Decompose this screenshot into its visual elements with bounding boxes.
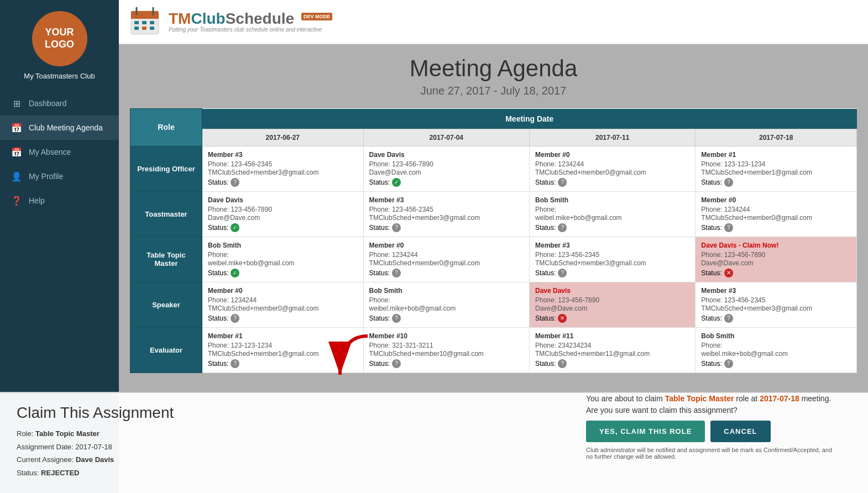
member-name: Member #3 <box>701 287 851 295</box>
logo: YOUR LOGO <box>32 11 87 66</box>
svg-rect-2 <box>131 17 159 19</box>
yes-claim-button[interactable]: YES, CLAIM THIS ROLE <box>586 421 705 442</box>
meeting-date-header: Meeting Date <box>202 109 857 129</box>
assignment-cell[interactable]: Member #1Phone: 123-123-1234TMClubSched+… <box>696 146 857 191</box>
modal-assignee-value: Dave Davis <box>76 455 114 464</box>
member-name: Member #3 <box>369 196 524 204</box>
assignment-cell[interactable]: Bob SmithPhone:weibel.mike+bob@gmail.com… <box>696 327 857 373</box>
member-name: Member #3 <box>535 242 689 249</box>
svg-rect-10 <box>150 27 154 30</box>
assignment-cell[interactable]: Member #3Phone: 123-456-2345TMClubSched+… <box>696 282 857 327</box>
status-icon: ? <box>558 359 567 368</box>
assignment-cell[interactable]: Member #0Phone: 1234244TMClubSched+membe… <box>363 237 529 282</box>
member-email: weibel.mike+bob@gmail.com <box>208 259 358 267</box>
member-phone: Phone: 123-456-2345 <box>208 160 358 168</box>
status-icon: ? <box>558 223 567 232</box>
member-phone: Phone: 123-456-7890 <box>208 206 358 213</box>
assignment-cell[interactable]: Member #11Phone: 234234234TMClubSched+me… <box>529 327 695 373</box>
status-line: Status: ? <box>535 359 689 368</box>
assignment-cell[interactable]: Dave DavisPhone: 123-456-7890Dave@Dave.c… <box>529 282 695 327</box>
modal-date-value: 2017-07-18 <box>75 443 112 451</box>
modal-role-value: Table Topic Master <box>35 429 100 438</box>
assignment-cell[interactable]: Dave Davis - Claim Now!Phone: 123-456-78… <box>696 237 857 282</box>
assignment-cell[interactable]: Member #0Phone: 1234244TMClubSched+membe… <box>529 146 695 191</box>
sidebar-item-dashboard[interactable]: ⊞ Dashboard <box>0 91 119 116</box>
status-line: Status: ? <box>535 223 689 232</box>
member-phone: Phone: 123-456-7890 <box>701 251 851 259</box>
app-logo: TMClubSchedule DEV MODE Putting your Toa… <box>130 7 332 37</box>
status-line: Status: ✕ <box>535 314 689 323</box>
member-name: Member #11 <box>535 332 689 340</box>
cancel-button[interactable]: CANCEL <box>710 421 770 442</box>
brand-club: Club <box>191 10 225 27</box>
member-name: Bob Smith <box>208 242 358 249</box>
sidebar-item-my-absence[interactable]: 📅 My Absence <box>0 140 119 164</box>
status-line: Status: ? <box>208 178 358 187</box>
sidebar-item-club-meeting-agenda[interactable]: 📅 Club Meeting Agenda <box>0 116 119 140</box>
tagline: Putting your Toastmasters club schedule … <box>169 27 332 33</box>
status-icon: ✕ <box>558 314 567 323</box>
member-phone: Phone: 1234244 <box>208 296 358 304</box>
sidebar-item-absence-label: My Absence <box>29 148 71 156</box>
assignment-cell[interactable]: Member #0Phone: 1234244TMClubSched+membe… <box>202 282 364 327</box>
date-header: 2017-07-04 <box>363 129 529 146</box>
member-email: Dave@Dave.com <box>701 259 851 267</box>
assignment-cell[interactable]: Member #3Phone: 123-456-2345TMClubSched+… <box>529 237 695 282</box>
assignment-cell[interactable]: Bob SmithPhone:weibel.mike+bob@gmail.com… <box>363 282 529 327</box>
status-icon: ? <box>558 178 567 187</box>
table-row: EvaluatorMember #1Phone: 123-123-1234TMC… <box>130 327 857 373</box>
member-phone: Phone: 321-321-3211 <box>369 342 524 349</box>
status-line: Status: ✕ <box>701 269 851 277</box>
sidebar-item-help-label: Help <box>29 196 45 205</box>
assignment-cell[interactable]: Bob SmithPhone:weibel.mike+bob@gmail.com… <box>529 191 695 237</box>
status-icon: ✓ <box>231 269 239 277</box>
sidebar-item-my-profile[interactable]: 👤 My Profile <box>0 164 119 188</box>
dev-mode-badge: DEV MODE <box>301 13 332 20</box>
member-phone: Phone: 123-456-7890 <box>369 160 524 168</box>
member-name: Dave Davis - Claim Now! <box>701 242 851 249</box>
page-subtitle: June 27, 2017 - July 18, 2017 <box>119 85 868 97</box>
table-row: Table Topic MasterBob SmithPhone:weibel.… <box>130 237 857 282</box>
assignment-cell[interactable]: Member #3Phone: 123-456-2345TMClubSched+… <box>363 191 529 237</box>
modal-status-value: REJECTED <box>41 469 79 477</box>
status-line: Status: ? <box>535 178 689 187</box>
status-icon: ? <box>724 223 733 232</box>
member-email: TMClubSched+member0@gmail.com <box>369 259 524 267</box>
assignment-cell[interactable]: Dave DavisPhone: 123-456-7890Dave@Dave.c… <box>202 191 364 237</box>
status-line: Status: ✓ <box>369 178 524 187</box>
brand-tm: TM <box>169 10 191 27</box>
agenda-table: Role Meeting Date 2017-06-272017-07-0420… <box>130 108 857 373</box>
member-email: TMClubSched+member10@gmail.com <box>369 350 524 358</box>
member-email: TMClubSched+member3@gmail.com <box>535 259 689 267</box>
arrow-container <box>323 331 390 388</box>
status-line: Status: ? <box>701 359 851 368</box>
svg-rect-8 <box>134 27 139 30</box>
status-icon: ? <box>392 223 401 232</box>
status-icon: ? <box>231 178 239 187</box>
status-icon: ? <box>231 359 239 368</box>
member-name: Bob Smith <box>535 196 689 204</box>
status-line: Status: ? <box>369 359 524 368</box>
status-icon: ? <box>724 359 733 368</box>
member-name: Member #10 <box>369 332 524 340</box>
member-email: Dave@Dave.com <box>369 169 524 176</box>
dashboard-icon: ⊞ <box>11 98 22 109</box>
date-header: 2017-07-11 <box>529 129 695 146</box>
role-cell: Table Topic Master <box>130 237 202 282</box>
status-icon: ✓ <box>392 178 401 187</box>
assignment-cell[interactable]: Member #0Phone: 1234244TMClubSched+membe… <box>696 191 857 237</box>
assignment-cell[interactable]: Dave DavisPhone: 123-456-7890Dave@Dave.c… <box>363 146 529 191</box>
status-icon: ? <box>724 314 733 323</box>
absence-icon: 📅 <box>11 146 22 158</box>
role-header: Role <box>130 109 202 146</box>
status-icon: ? <box>392 359 401 368</box>
page-title: Meeting Agenda <box>119 55 868 82</box>
sidebar-item-help[interactable]: ❓ Help <box>0 188 119 213</box>
member-name: Dave Davis <box>208 196 358 204</box>
modal-right-panel: You are about to claim Table Topic Maste… <box>586 393 835 460</box>
status-icon: ? <box>231 314 239 323</box>
assignment-cell[interactable]: Member #3Phone: 123-456-2345TMClubSched+… <box>202 146 364 191</box>
brand-text: TMClubSchedule DEV MODE Putting your Toa… <box>169 11 332 33</box>
assignment-cell[interactable]: Bob SmithPhone:weibel.mike+bob@gmail.com… <box>202 237 364 282</box>
agenda-table-container: Role Meeting Date 2017-06-272017-07-0420… <box>130 108 857 373</box>
